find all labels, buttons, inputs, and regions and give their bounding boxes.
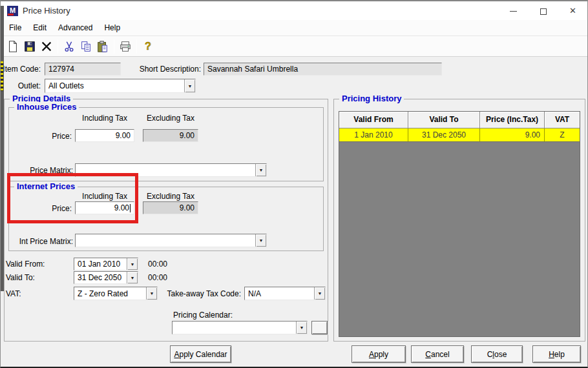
cut-button[interactable] — [61, 38, 78, 55]
new-document-icon — [6, 40, 19, 53]
minimize-icon — [510, 11, 517, 12]
column-header-vat[interactable]: VAT — [545, 112, 580, 128]
paste-button[interactable] — [94, 38, 111, 55]
table-row[interactable]: 1 Jan 2010 31 Dec 2050 9.00 Z — [339, 128, 580, 142]
price-history-window: M Price History ✕ File Edit Advanced Hel… — [0, 0, 588, 368]
price-matrix-value — [76, 164, 255, 176]
cancel-button[interactable]: Cancel — [411, 345, 464, 363]
close-button-bottom[interactable]: Close — [471, 345, 523, 363]
toolbar-separator — [114, 39, 114, 54]
menu-bar: File Edit Advanced Help — [1, 20, 587, 36]
maximize-icon — [540, 8, 547, 15]
svg-text:?: ? — [145, 40, 151, 52]
menu-edit[interactable]: Edit — [27, 21, 52, 34]
inhouse-price-including-input[interactable]: 9.00 — [75, 129, 134, 142]
apply-calendar-button[interactable]: Apply Calendar — [170, 345, 231, 363]
cell-price[interactable]: 9.00 — [480, 128, 545, 142]
takeaway-tax-code-value: N/A — [245, 287, 314, 300]
apply-button[interactable]: Apply — [352, 345, 406, 363]
column-header-price[interactable]: Price (Inc.Tax) — [480, 112, 545, 128]
inhouse-price-label: Price: — [38, 132, 72, 141]
save-button[interactable] — [21, 38, 38, 55]
minimize-button[interactable] — [499, 1, 528, 21]
chevron-down-icon[interactable]: ▼ — [296, 322, 307, 334]
chevron-down-icon[interactable]: ▼ — [127, 258, 138, 270]
internet-price-including-input[interactable]: 9.00 — [75, 201, 134, 214]
chevron-down-icon[interactable]: ▼ — [184, 79, 195, 92]
app-logo-icon: M — [7, 6, 18, 16]
app-logo-red-bar — [8, 14, 14, 15]
cell-valid-to[interactable]: 31 Dec 2050 — [408, 128, 480, 142]
cell-vat[interactable]: Z — [545, 128, 580, 142]
print-icon — [119, 40, 132, 53]
internet-price-excluding-field: 9.00 — [143, 201, 198, 214]
inhouse-prices-title: Inhouse Prices — [14, 102, 79, 112]
internet-prices-title: Internet Prices — [14, 181, 78, 191]
inhouse-price-excluding-value: 9.00 — [180, 131, 194, 140]
menu-file[interactable]: File — [3, 21, 27, 34]
internet-price-including-value: 9.00 — [114, 203, 129, 212]
cell-valid-from[interactable]: 1 Jan 2010 — [339, 128, 408, 142]
internet-price-label: Price: — [38, 204, 72, 213]
valid-from-label: Valid From: — [6, 260, 45, 269]
item-code-value: 127974 — [48, 65, 74, 74]
window-title: Price History — [23, 6, 70, 15]
menu-help[interactable]: Help — [98, 21, 126, 34]
takeaway-tax-code-select[interactable]: N/A ▼ — [244, 287, 326, 300]
valid-from-value: 01 Jan 2010 — [74, 258, 127, 270]
pricing-history-table: Valid From Valid To Price (Inc.Tax) VAT … — [339, 111, 580, 337]
chevron-down-icon[interactable]: ▼ — [255, 234, 266, 247]
valid-from-time: 00:00 — [148, 260, 167, 269]
internet-price-excluding-value: 9.00 — [180, 203, 194, 212]
table-header-row: Valid From Valid To Price (Inc.Tax) VAT — [339, 112, 580, 128]
pricing-calendar-label: Pricing Calendar: — [173, 311, 233, 320]
cut-icon — [63, 40, 76, 53]
delete-button[interactable] — [38, 38, 55, 55]
int-price-matrix-value — [76, 234, 255, 247]
valid-to-value: 31 Dec 2050 — [74, 272, 127, 283]
valid-from-select[interactable]: 01 Jan 2010 ▼ — [74, 258, 138, 271]
int-price-matrix-select[interactable]: ▼ — [75, 234, 267, 247]
menu-advanced[interactable]: Advanced — [52, 21, 98, 34]
inhouse-excluding-tax-label: Excluding Tax — [142, 114, 200, 123]
print-button[interactable] — [117, 38, 134, 55]
maximize-button[interactable] — [529, 1, 558, 21]
chevron-down-icon[interactable]: ▼ — [127, 272, 138, 283]
price-matrix-select[interactable]: ▼ — [75, 163, 267, 177]
help-button-toolbar[interactable]: ? — [140, 38, 156, 55]
close-button[interactable]: ✕ — [558, 1, 587, 21]
help-button[interactable]: Help — [532, 345, 581, 363]
vat-select[interactable]: Z - Zero Rated ▼ — [74, 287, 158, 300]
chevron-down-icon[interactable]: ▼ — [255, 164, 266, 176]
valid-to-time: 00:00 — [148, 273, 167, 282]
paste-icon — [96, 40, 109, 53]
outlet-value: All Outlets — [45, 79, 184, 92]
toolbar: ? — [1, 36, 587, 57]
delete-icon — [40, 40, 53, 53]
item-code-field: 127974 — [45, 63, 121, 76]
save-icon — [23, 40, 36, 53]
toolbar-separator — [136, 39, 137, 54]
internet-including-tax-label: Including Tax — [75, 192, 134, 201]
inhouse-price-including-value: 9.00 — [116, 131, 131, 140]
price-matrix-label: Price Matrix: — [25, 166, 73, 175]
int-price-matrix-label: Int Price Matrix: — [15, 237, 73, 246]
copy-icon — [79, 40, 92, 53]
copy-button[interactable] — [78, 38, 94, 55]
vat-value: Z - Zero Rated — [74, 287, 146, 300]
pricing-calendar-browse-button[interactable] — [311, 321, 328, 334]
close-icon: ✕ — [569, 6, 576, 15]
chevron-down-icon[interactable]: ▼ — [314, 287, 325, 300]
column-header-valid-from[interactable]: Valid From — [339, 112, 408, 128]
pricing-calendar-select[interactable]: ▼ — [172, 321, 308, 334]
chevron-down-icon[interactable]: ▼ — [146, 287, 157, 300]
short-description-label: Short Description: — [127, 65, 201, 74]
new-document-button[interactable] — [5, 38, 21, 55]
outlet-label: Outlet: — [1, 81, 41, 90]
valid-to-select[interactable]: 31 Dec 2050 ▼ — [74, 271, 138, 284]
inhouse-including-tax-label: Including Tax — [75, 114, 134, 123]
pricing-calendar-value — [173, 322, 296, 334]
outlet-select[interactable]: All Outlets ▼ — [45, 79, 196, 93]
text-cursor — [130, 204, 131, 212]
column-header-valid-to[interactable]: Valid To — [408, 112, 480, 128]
